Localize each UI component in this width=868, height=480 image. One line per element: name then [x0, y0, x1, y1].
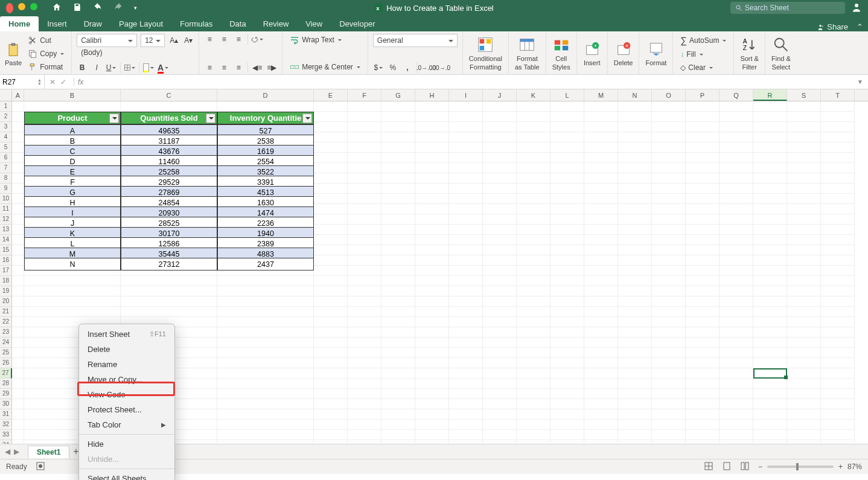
sheet-tab-sheet1[interactable]: Sheet1 — [28, 446, 69, 458]
fx-label[interactable]: fx — [74, 78, 83, 86]
column-header-H[interactable]: H — [415, 89, 449, 101]
column-header-P[interactable]: P — [686, 89, 720, 101]
row-header-22[interactable]: 22 — [0, 317, 12, 327]
row-header-14[interactable]: 14 — [0, 235, 12, 245]
row-header-12[interactable]: 12 — [0, 214, 12, 225]
row-header-6[interactable]: 6 — [0, 153, 12, 163]
paste-button[interactable]: Paste — [5, 59, 22, 66]
format-painter-button[interactable]: Format — [25, 61, 66, 73]
align-center-icon[interactable]: ≡ — [219, 62, 229, 73]
column-header-T[interactable]: T — [821, 89, 855, 101]
borders-button[interactable] — [124, 62, 135, 73]
row-header-7[interactable]: 7 — [0, 163, 12, 173]
table-cell-product[interactable]: N — [24, 258, 121, 270]
row-header-20[interactable]: 20 — [0, 296, 12, 307]
insert-cells-button[interactable]: + Insert — [577, 31, 608, 74]
row-header-18[interactable]: 18 — [0, 276, 12, 286]
tab-insert[interactable]: Insert — [39, 16, 75, 31]
row-header-17[interactable]: 17 — [0, 266, 12, 276]
row-header-10[interactable]: 10 — [0, 194, 12, 204]
context-menu-insert-sheet[interactable]: Insert Sheet⇧F11 — [79, 327, 174, 342]
minimize-window-button[interactable] — [18, 3, 25, 10]
table-header-inventory-quantities[interactable]: Inventory Quantitie — [217, 112, 314, 124]
row-header-32[interactable]: 32 — [0, 420, 12, 430]
row-header-26[interactable]: 26 — [0, 358, 12, 368]
row-header-23[interactable]: 23 — [0, 327, 12, 338]
row-header-1[interactable]: 1 — [0, 101, 12, 112]
view-normal-icon[interactable] — [704, 461, 713, 473]
increase-decimal-icon[interactable]: .0→.00 — [421, 62, 432, 73]
tab-home[interactable]: Home — [0, 16, 39, 31]
font-color-button[interactable]: A — [158, 62, 168, 73]
format-cells-button[interactable]: Format — [639, 31, 673, 74]
column-header-G[interactable]: G — [381, 89, 415, 101]
row-header-3[interactable]: 3 — [0, 122, 12, 132]
enter-formula-icon[interactable]: ✓ — [60, 78, 66, 86]
undo-icon[interactable] — [93, 2, 103, 14]
row-header-13[interactable]: 13 — [0, 225, 12, 235]
close-window-button[interactable] — [6, 3, 13, 13]
row-header-19[interactable]: 19 — [0, 286, 12, 296]
table-cell-inventory[interactable]: 2437 — [217, 258, 314, 270]
context-menu-rename[interactable]: Rename — [79, 357, 174, 372]
row-header-30[interactable]: 30 — [0, 399, 12, 409]
cancel-formula-icon[interactable]: ✕ — [49, 78, 56, 86]
table-cell-quantities-sold[interactable]: 27312 — [121, 258, 217, 270]
font-name-dropdown[interactable]: Calibri (Body) — [77, 34, 137, 47]
italic-button[interactable]: I — [91, 62, 102, 73]
view-page-layout-icon[interactable] — [722, 461, 732, 473]
zoom-in-button[interactable]: + — [838, 462, 843, 471]
align-left-icon[interactable]: ≡ — [204, 62, 215, 73]
clear-button[interactable]: ◇Clear — [678, 62, 729, 73]
view-page-break-icon[interactable] — [740, 461, 750, 473]
table-header-quantities-sold[interactable]: Quantities Sold — [121, 112, 217, 124]
cut-button[interactable]: Cut — [25, 34, 66, 46]
tab-draw[interactable]: Draw — [75, 16, 110, 31]
find-select-button[interactable]: Find &Select — [765, 31, 797, 74]
row-header-5[interactable]: 5 — [0, 142, 12, 153]
decrease-indent-icon[interactable]: ◀≡ — [252, 62, 263, 73]
macro-record-icon[interactable] — [36, 461, 45, 473]
row-header-9[interactable]: 9 — [0, 184, 12, 194]
column-header-Q[interactable]: Q — [720, 89, 753, 101]
fill-button[interactable]: ↓Fill — [678, 49, 729, 60]
redo-icon[interactable] — [113, 2, 123, 14]
column-header-F[interactable]: F — [348, 89, 381, 101]
qat-dropdown-icon[interactable]: ▾ — [134, 5, 137, 11]
row-header-11[interactable]: 11 — [0, 204, 12, 214]
tab-developer[interactable]: Developer — [331, 16, 383, 31]
table-header-product[interactable]: Product — [24, 112, 121, 124]
save-icon[interactable] — [72, 2, 82, 14]
tab-data[interactable]: Data — [221, 16, 254, 31]
sheet-nav-last-icon[interactable]: ▶ — [14, 447, 19, 456]
expand-formula-bar-icon[interactable]: ▼ — [852, 78, 868, 85]
orientation-icon[interactable]: ⭯ — [252, 34, 263, 45]
context-menu-hide[interactable]: Hide — [79, 437, 174, 452]
column-header-E[interactable]: E — [314, 89, 348, 101]
wrap-text-button[interactable]: Wrap Text — [287, 34, 363, 46]
name-box[interactable]: R27 ▲▼ — [0, 75, 45, 89]
decrease-font-icon[interactable]: A▾ — [183, 35, 194, 46]
column-header-L[interactable]: L — [550, 89, 584, 101]
zoom-level-label[interactable]: 87% — [847, 462, 862, 471]
tab-review[interactable]: Review — [255, 16, 298, 31]
row-header-21[interactable]: 21 — [0, 307, 12, 317]
underline-button[interactable]: U — [106, 62, 116, 73]
context-menu-protect-sheet[interactable]: Protect Sheet... — [79, 402, 174, 417]
row-header-29[interactable]: 29 — [0, 389, 12, 399]
sheet-nav-first-icon[interactable]: ◀ — [5, 447, 10, 456]
conditional-formatting-button[interactable]: ConditionalFormatting — [463, 31, 509, 74]
column-header-O[interactable]: O — [652, 89, 686, 101]
row-header-24[interactable]: 24 — [0, 338, 12, 348]
home-icon[interactable] — [52, 2, 62, 14]
row-header-2[interactable]: 2 — [0, 112, 12, 122]
column-header-J[interactable]: J — [483, 89, 517, 101]
row-header-33[interactable]: 33 — [0, 430, 12, 440]
row-header-15[interactable]: 15 — [0, 245, 12, 255]
fill-color-button[interactable] — [143, 62, 154, 73]
zoom-out-button[interactable]: − — [758, 462, 762, 471]
align-top-icon[interactable]: ≡ — [204, 34, 215, 45]
row-header-16[interactable]: 16 — [0, 255, 12, 266]
search-sheet-box[interactable]: Search Sheet — [730, 2, 845, 14]
column-header-N[interactable]: N — [618, 89, 652, 101]
